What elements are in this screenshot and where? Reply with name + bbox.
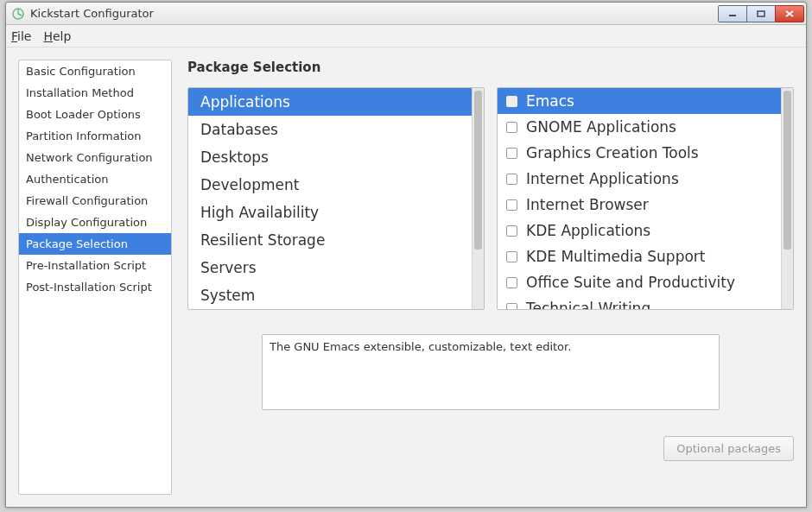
checkbox-icon[interactable]	[506, 148, 517, 159]
category-item-resilient-storage[interactable]: Resilient Storage	[188, 226, 472, 254]
menubar: File Help	[6, 25, 806, 47]
menu-help[interactable]: Help	[43, 29, 71, 43]
svg-rect-1	[729, 15, 736, 16]
close-button[interactable]	[775, 5, 804, 22]
category-list: Applications Databases Desktops Developm…	[188, 88, 472, 309]
main-panel: Package Selection Applications Databases…	[187, 60, 794, 495]
checkbox-icon[interactable]	[506, 225, 517, 237]
titlebar[interactable]: Kickstart Configurator	[6, 3, 806, 25]
optional-packages-button[interactable]: Optional packages	[663, 436, 794, 461]
package-panel: Emacs GNOME Applications Graphics Creati…	[497, 87, 794, 310]
package-label: KDE Applications	[526, 222, 650, 239]
checkbox-icon[interactable]	[506, 96, 517, 107]
category-item-desktops[interactable]: Desktops	[188, 143, 472, 171]
sidebar-item-display-configuration[interactable]: Display Configuration	[19, 212, 171, 233]
maximize-button[interactable]	[746, 5, 776, 22]
sidebar-item-authentication[interactable]: Authentication	[19, 168, 171, 190]
sidebar-item-installation-method[interactable]: Installation Method	[19, 82, 171, 104]
checkbox-icon[interactable]	[506, 174, 517, 185]
category-scrollbar[interactable]	[472, 88, 484, 309]
package-label: Internet Applications	[526, 170, 679, 187]
svg-rect-2	[758, 11, 764, 16]
category-item-servers[interactable]: Servers	[188, 254, 472, 281]
package-scrollbar[interactable]	[781, 88, 793, 309]
package-description: The GNU Emacs extensible, customizable, …	[262, 334, 720, 410]
package-item-gnome-applications[interactable]: GNOME Applications	[498, 114, 781, 140]
package-label: GNOME Applications	[526, 118, 676, 136]
sidebar-item-network-configuration[interactable]: Network Configuration	[19, 147, 171, 168]
checkbox-icon[interactable]	[506, 251, 517, 262]
category-item-high-availability[interactable]: High Availability	[188, 199, 472, 226]
sidebar-item-post-installation-script[interactable]: Post-Installation Script	[19, 276, 171, 298]
package-item-kde-applications[interactable]: KDE Applications	[498, 218, 781, 243]
category-item-system[interactable]: System	[188, 281, 472, 309]
checkbox-icon[interactable]	[506, 303, 517, 310]
sidebar: Basic Configuration Installation Method …	[18, 60, 172, 495]
sidebar-item-boot-loader-options[interactable]: Boot Loader Options	[19, 104, 171, 125]
sidebar-item-pre-installation-script[interactable]: Pre-Installation Script	[19, 255, 171, 276]
sidebar-item-partition-information[interactable]: Partition Information	[19, 125, 171, 147]
package-label: Internet Browser	[526, 196, 649, 213]
package-item-graphics-creation-tools[interactable]: Graphics Creation Tools	[498, 140, 781, 166]
package-item-kde-multimedia-support[interactable]: KDE Multimedia Support	[498, 243, 781, 269]
window-title: Kickstart Configurator	[30, 7, 719, 20]
window-controls	[719, 5, 804, 22]
package-list: Emacs GNOME Applications Graphics Creati…	[498, 88, 781, 309]
app-icon	[11, 7, 25, 21]
button-row: Optional packages	[187, 436, 794, 461]
package-item-technical-writing[interactable]: Technical Writing	[498, 295, 781, 309]
sidebar-item-firewall-configuration[interactable]: Firewall Configuration	[19, 190, 171, 212]
category-item-databases[interactable]: Databases	[188, 116, 472, 143]
page-title: Package Selection	[187, 60, 794, 75]
package-item-internet-browser[interactable]: Internet Browser	[498, 192, 781, 218]
package-item-emacs[interactable]: Emacs	[498, 88, 781, 114]
sidebar-item-package-selection[interactable]: Package Selection	[19, 233, 171, 255]
package-panels: Applications Databases Desktops Developm…	[187, 87, 794, 310]
checkbox-icon[interactable]	[506, 122, 517, 133]
package-label: Office Suite and Productivity	[526, 274, 735, 291]
package-label: KDE Multimedia Support	[526, 248, 706, 265]
category-panel: Applications Databases Desktops Developm…	[187, 87, 485, 310]
checkbox-icon[interactable]	[506, 277, 517, 288]
category-item-development[interactable]: Development	[188, 171, 472, 199]
package-label: Technical Writing	[526, 300, 650, 309]
package-item-office-suite-and-productivity[interactable]: Office Suite and Productivity	[498, 269, 781, 295]
category-item-applications[interactable]: Applications	[188, 88, 472, 116]
content-area: Basic Configuration Installation Method …	[6, 47, 806, 507]
app-window: Kickstart Configurator File Help Basic C…	[5, 2, 807, 508]
minimize-button[interactable]	[718, 5, 747, 22]
checkbox-icon[interactable]	[506, 199, 517, 211]
package-item-internet-applications[interactable]: Internet Applications	[498, 166, 781, 192]
package-label: Emacs	[526, 92, 574, 110]
sidebar-item-basic-configuration[interactable]: Basic Configuration	[19, 60, 171, 82]
menu-file[interactable]: File	[11, 29, 31, 43]
package-label: Graphics Creation Tools	[526, 144, 699, 161]
